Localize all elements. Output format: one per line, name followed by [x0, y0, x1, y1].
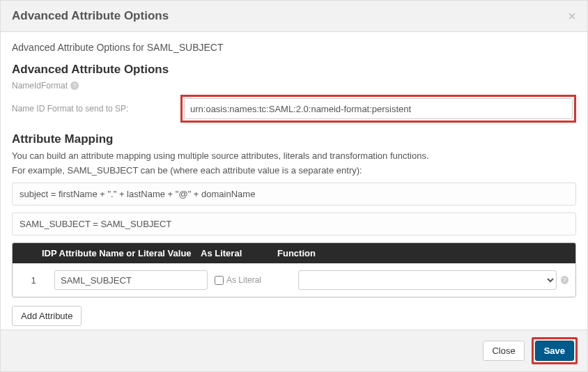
table-row: 1 As Literal ?: [13, 263, 575, 297]
col-header-func: Function: [277, 248, 568, 258]
modal-header: Advanced Attribute Options ×: [1, 1, 587, 32]
modal-title: Advanced Attribute Options: [12, 9, 169, 23]
mapping-desc-2: For example, SAML_SUBJECT can be (where …: [12, 165, 576, 176]
help-icon[interactable]: ?: [561, 276, 568, 284]
nameid-form-row: Name ID Format to send to SP:: [12, 95, 576, 123]
nameid-label: NameIdFormat: [12, 81, 68, 91]
function-select[interactable]: [298, 270, 557, 290]
modal-body[interactable]: Advanced Attribute Options for SAML_SUBJ…: [1, 32, 587, 330]
help-icon[interactable]: ?: [70, 82, 79, 90]
close-button[interactable]: Close: [483, 341, 524, 361]
save-button[interactable]: Save: [535, 341, 574, 361]
add-attribute-button[interactable]: Add Attribute: [12, 306, 82, 326]
as-literal-checkbox[interactable]: [215, 276, 224, 285]
row-index: 1: [20, 275, 47, 286]
save-highlight: Save: [532, 337, 578, 364]
nameid-label-row: NameIdFormat ?: [12, 81, 576, 91]
nameid-input[interactable]: [184, 98, 573, 119]
mapping-table-header: IDP Attribute Name or Literal Value As L…: [13, 243, 575, 263]
modal-subtitle: Advanced Attribute Options for SAML_SUBJ…: [12, 42, 576, 53]
mapping-example-2: SAML_SUBJECT = SAML_SUBJECT: [12, 212, 576, 235]
close-icon[interactable]: ×: [568, 9, 576, 23]
mapping-desc-1: You can build an attribute mapping using…: [12, 150, 576, 161]
mapping-table: IDP Attribute Name or Literal Value As L…: [12, 242, 576, 297]
col-header-literal: As Literal: [201, 248, 277, 258]
mapping-heading: Attribute Mapping: [12, 132, 576, 146]
options-heading: Advanced Attribute Options: [12, 63, 576, 77]
nameid-highlight: [180, 95, 576, 123]
col-header-attr: IDP Attribute Name or Literal Value: [20, 248, 201, 258]
nameid-row-label: Name ID Format to send to SP:: [12, 104, 172, 114]
attr-name-input[interactable]: [54, 270, 208, 290]
as-literal-label: As Literal: [226, 275, 261, 285]
modal-dialog: Advanced Attribute Options × Advanced At…: [0, 0, 588, 372]
mapping-example-1: subject = firstName + "." + lastName + "…: [12, 183, 576, 206]
modal-footer: Close Save: [1, 330, 587, 371]
